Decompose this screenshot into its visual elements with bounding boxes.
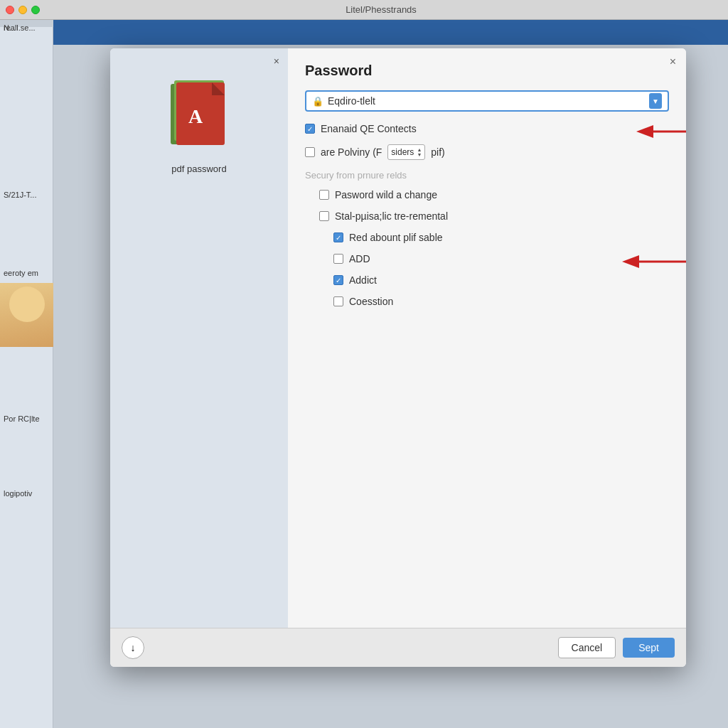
dialog-sidebar: × A pdf password [110, 48, 288, 667]
traffic-lights [6, 6, 40, 14]
checkbox-stal-input[interactable] [319, 211, 329, 221]
checkbox-enanaid-label: Enanaid QE Contects [321, 123, 417, 134]
checkbox-pasword-label: Pasword wild a change [335, 189, 437, 200]
checkbox-polviny-label-before: are Polviny (F [321, 146, 382, 158]
checkbox-polviny: are Polviny (F siders ▲ ▼ pif) [305, 144, 669, 160]
checkbox-red-abount-label: Red abount plif sable [349, 232, 443, 243]
checkbox-addict-input[interactable] [333, 275, 343, 285]
dropdown-wrapper[interactable]: 🔒 Eqdiro-tlelt ▼ [305, 90, 669, 112]
bg-avatar [0, 283, 53, 347]
checkbox-stal-label: Stal-pµisa;lic tre-remental [335, 210, 448, 222]
checkbox-addict: Addict [333, 274, 669, 286]
minimize-traffic-light[interactable] [18, 6, 27, 14]
maximize-traffic-light[interactable] [31, 6, 40, 14]
inline-select-value: siders [391, 147, 414, 157]
dialog-bottom-bar: ↓ Cancel Sept [110, 628, 686, 667]
inline-select-arrows: ▲ ▼ [417, 147, 422, 157]
download-button[interactable]: ↓ [122, 636, 144, 659]
dropdown-value: Eqdiro-tlelt [328, 95, 649, 107]
checkbox-red-abount-input[interactable] [333, 232, 343, 242]
checkbox-enanaid: Enanaid QE Contects [305, 123, 669, 134]
svg-text:A: A [188, 105, 203, 127]
sept-button[interactable]: Sept [623, 638, 675, 658]
checkbox-red-abount: Red abount plif sable [333, 232, 669, 243]
checkbox-add-input[interactable] [333, 254, 343, 264]
checkbox-coesstion-label: Coesstion [349, 296, 393, 307]
inline-select[interactable]: siders ▲ ▼ [387, 144, 425, 160]
pdf-icon: A [164, 77, 235, 155]
checkbox-coesstion: Coesstion [333, 296, 669, 307]
checkbox-polviny-label-after: pif) [431, 146, 444, 158]
section-label-secury: Secury from prnure relds [305, 170, 669, 181]
dropdown-arrow-icon[interactable]: ▼ [649, 93, 662, 109]
main-dialog: × A pdf password × Password [110, 48, 686, 667]
dialog-sidebar-label: pdf password [171, 164, 226, 174]
checkbox-polviny-input[interactable] [305, 147, 315, 157]
checkbox-pasword-input[interactable] [319, 190, 329, 200]
close-traffic-light[interactable] [6, 6, 14, 14]
checkbox-stal: Stal-pµisa;lic tre-remental [319, 210, 669, 222]
checkbox-coesstion-input[interactable] [333, 296, 343, 306]
window-title: Litel/Phesstrands [40, 4, 722, 15]
checkbox-add: ADD [333, 253, 669, 264]
checkbox-add-label: ADD [349, 253, 370, 264]
lock-icon: 🔒 [312, 96, 323, 107]
download-icon: ↓ [131, 642, 136, 653]
dialog-title: Password [305, 63, 669, 79]
sidebar-close-button[interactable]: × [274, 55, 279, 67]
cancel-button[interactable]: Cancel [558, 637, 616, 658]
checkbox-addict-label: Addict [349, 274, 377, 286]
titlebar: Litel/Phesstrands [0, 0, 728, 20]
dialog-close-button[interactable]: × [670, 55, 676, 68]
checkbox-pasword: Pasword wild a change [319, 189, 669, 200]
inline-arrow-down[interactable]: ▼ [417, 152, 422, 157]
dialog-content: × Password 🔒 Eqdiro-tlelt ▼ Enanaid QE C… [288, 48, 686, 631]
checkbox-enanaid-input[interactable] [305, 124, 315, 134]
inline-arrow-up[interactable]: ▲ [417, 147, 422, 152]
